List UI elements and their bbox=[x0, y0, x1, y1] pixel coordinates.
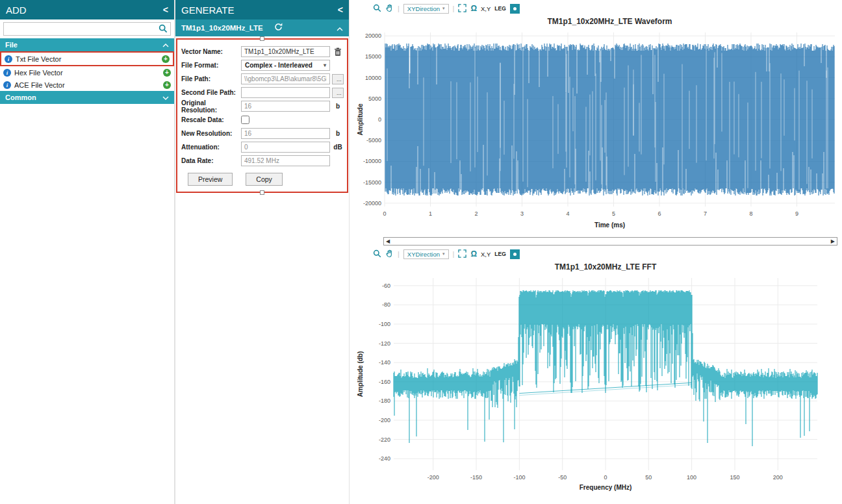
second-file-path-input[interactable] bbox=[241, 87, 330, 98]
pan-hand-icon[interactable] bbox=[385, 4, 394, 14]
fft-chart[interactable]: -60-80-100-120-140-160-180-200-220-240-2… bbox=[355, 261, 839, 499]
copy-button[interactable]: Copy bbox=[246, 173, 283, 186]
svg-text:-160: -160 bbox=[379, 379, 390, 385]
zoom-icon[interactable] bbox=[373, 249, 381, 259]
original-resolution-input[interactable] bbox=[241, 101, 330, 112]
add-plus-icon[interactable]: + bbox=[162, 55, 170, 63]
scroll-right-arrow[interactable]: ▶ bbox=[831, 238, 835, 244]
svg-text:-140: -140 bbox=[379, 359, 390, 366]
add-search-row bbox=[0, 19, 174, 38]
file-section-label: File bbox=[5, 41, 18, 49]
svg-text:50: 50 bbox=[645, 474, 652, 481]
second-file-path-label: Second File Path: bbox=[181, 89, 241, 96]
marker-button[interactable] bbox=[510, 4, 520, 14]
svg-text:200: 200 bbox=[773, 474, 783, 481]
common-section-label: Common bbox=[5, 94, 36, 101]
search-icon[interactable] bbox=[159, 24, 168, 36]
legend-toggle[interactable]: LEG bbox=[494, 5, 505, 12]
vector-name-row: Vector Name: bbox=[181, 45, 344, 58]
info-icon[interactable]: i bbox=[3, 81, 11, 89]
new-resolution-row: New Resolution: b bbox=[181, 127, 344, 140]
second-file-path-row: Second File Path: ... bbox=[181, 86, 344, 99]
file-path-input[interactable] bbox=[241, 73, 330, 84]
add-plus-icon[interactable]: + bbox=[163, 81, 171, 89]
generate-panel-header: GENERATE < bbox=[175, 0, 349, 19]
add-plus-icon[interactable]: + bbox=[163, 69, 171, 77]
svg-text:Amplitude: Amplitude bbox=[357, 103, 364, 135]
svg-text:5000: 5000 bbox=[368, 95, 381, 102]
xydirection-dropdown[interactable]: XYDirection ▾ bbox=[403, 4, 449, 14]
omega-tool-icon[interactable]: Ω bbox=[470, 4, 477, 13]
legend-toggle[interactable]: LEG bbox=[494, 251, 505, 257]
file-section-header[interactable]: File bbox=[0, 38, 174, 51]
preview-button[interactable]: Preview bbox=[188, 173, 233, 186]
data-rate-input[interactable] bbox=[241, 155, 330, 166]
svg-text:9: 9 bbox=[795, 210, 798, 217]
delete-vector-button[interactable] bbox=[332, 47, 344, 57]
attenuation-input[interactable] bbox=[241, 142, 330, 153]
file-path-browse-button[interactable]: ... bbox=[332, 74, 344, 84]
search-input[interactable] bbox=[3, 22, 171, 36]
svg-text:Amplitude (db): Amplitude (db) bbox=[357, 351, 364, 397]
generate-panel: GENERATE < TM1p1_10x20MHz_LTE Vector Nam… bbox=[175, 0, 350, 504]
svg-text:-200: -200 bbox=[427, 474, 439, 481]
item-label: Hex File Vector bbox=[14, 69, 63, 77]
svg-text:-15000: -15000 bbox=[363, 179, 381, 186]
fit-to-view-icon[interactable] bbox=[458, 4, 466, 14]
rescale-data-label: Rescale Data: bbox=[181, 116, 241, 123]
svg-text:4: 4 bbox=[566, 210, 569, 217]
refresh-icon[interactable] bbox=[274, 22, 283, 34]
add-panel-collapse-icon[interactable]: < bbox=[163, 5, 168, 15]
xy-readout-toggle[interactable]: X,Y bbox=[481, 251, 491, 258]
generate-panel-collapse-icon[interactable]: < bbox=[338, 5, 343, 15]
file-format-select[interactable]: Complex - Interleaved ▾ bbox=[241, 60, 330, 71]
svg-text:2: 2 bbox=[474, 210, 478, 217]
xydirection-dropdown[interactable]: XYDirection ▾ bbox=[403, 249, 449, 259]
marker-button[interactable] bbox=[510, 249, 520, 259]
fit-to-view-icon[interactable] bbox=[458, 249, 466, 259]
toolbar-divider: | bbox=[398, 250, 400, 258]
sidebar-item-txt-file-vector[interactable]: i Txt File Vector + bbox=[1, 53, 173, 65]
rescale-data-row: Rescale Data: bbox=[181, 113, 344, 127]
omega-tool-icon[interactable]: Ω bbox=[470, 249, 477, 258]
item-label: Txt File Vector bbox=[16, 55, 61, 63]
xy-readout-toggle[interactable]: X,Y bbox=[481, 5, 491, 12]
waveform-scrollbar[interactable]: ◀ ▶ bbox=[383, 237, 837, 246]
chevron-down-icon: ▾ bbox=[442, 6, 445, 11]
svg-text:TM1p1_10x20MHz_LTE FFT: TM1p1_10x20MHz_LTE FFT bbox=[555, 262, 657, 271]
waveform-chart[interactable]: 20000150001000050000-5000-10000-15000-20… bbox=[355, 16, 839, 235]
rescale-data-checkbox[interactable] bbox=[241, 116, 249, 124]
svg-text:-150: -150 bbox=[470, 474, 482, 481]
vector-name-input[interactable] bbox=[241, 46, 330, 57]
svg-text:-20000: -20000 bbox=[363, 200, 381, 207]
sidebar-item-ace-file-vector[interactable]: i ACE File Vector + bbox=[0, 79, 174, 91]
svg-text:0: 0 bbox=[383, 210, 386, 217]
original-resolution-row: Original Resolution: b bbox=[181, 99, 344, 113]
chevron-up-icon[interactable] bbox=[337, 22, 343, 34]
vector-header[interactable]: TM1p1_10x20MHz_LTE bbox=[175, 19, 349, 36]
svg-text:1: 1 bbox=[429, 210, 432, 217]
selection-handle-top[interactable] bbox=[260, 36, 264, 41]
new-resolution-input[interactable] bbox=[241, 128, 330, 139]
svg-text:-120: -120 bbox=[379, 340, 390, 347]
selection-handle-bottom[interactable] bbox=[260, 190, 264, 195]
svg-text:0: 0 bbox=[604, 474, 607, 481]
toolbar-divider: | bbox=[453, 250, 455, 258]
svg-text:-240: -240 bbox=[379, 455, 390, 462]
svg-text:-10000: -10000 bbox=[363, 158, 381, 164]
toolbar-divider: | bbox=[398, 5, 400, 12]
waveform-toolbar: | XYDirection ▾ | Ω X,Y LEG bbox=[373, 1, 840, 16]
form-buttons: Preview Copy bbox=[188, 173, 344, 186]
sidebar-item-hex-file-vector[interactable]: i Hex File Vector + bbox=[0, 66, 174, 79]
common-section-header[interactable]: Common bbox=[0, 91, 174, 104]
second-file-path-browse-button[interactable]: ... bbox=[332, 88, 344, 98]
info-icon[interactable]: i bbox=[3, 69, 11, 77]
attenuation-row: Attenuation: dB bbox=[181, 140, 344, 154]
data-rate-label: Data Rate: bbox=[181, 157, 241, 164]
scroll-left-arrow[interactable]: ◀ bbox=[386, 238, 390, 244]
zoom-icon[interactable] bbox=[373, 4, 381, 14]
file-format-row: File Format: Complex - Interleaved ▾ bbox=[181, 58, 344, 72]
pan-hand-icon[interactable] bbox=[385, 249, 394, 259]
chart-area: | XYDirection ▾ | Ω X,Y LEG 200001500010… bbox=[350, 0, 842, 504]
info-icon[interactable]: i bbox=[5, 55, 12, 63]
